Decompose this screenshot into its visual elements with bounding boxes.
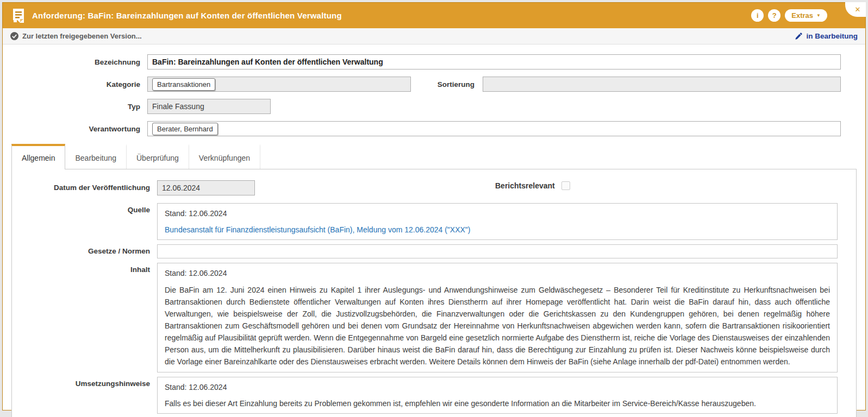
- quelle-label: Quelle: [12, 203, 157, 240]
- datum-input[interactable]: 12.06.2024: [157, 180, 255, 195]
- inhalt-stand: Stand: 12.06.2024: [165, 268, 830, 279]
- info-icon: i: [757, 11, 759, 20]
- kategorie-label: Kategorie: [3, 80, 147, 89]
- extras-menu-button[interactable]: Extras ▼: [785, 9, 827, 22]
- datum-label: Datum der Veröffentlichung: [12, 180, 157, 195]
- umsetzung-text: Falls es bei dieser Art Einzahlung berei…: [165, 398, 830, 409]
- verantwortung-row: Verantwortung Berater, Bernhard: [3, 121, 841, 136]
- quelle-row: Quelle Stand: 12.06.2024 Bundesanstalt f…: [12, 203, 856, 240]
- close-icon: ✕: [855, 5, 861, 14]
- tab-verknuepfungen[interactable]: Verknüpfungen: [189, 144, 260, 169]
- umsetzung-label: Umsetzungshinweise: [12, 377, 157, 414]
- typ-value: Finale Fassung: [152, 102, 204, 111]
- pencil-icon: [795, 33, 802, 40]
- typ-row: Typ Finale Fassung: [3, 99, 841, 114]
- status-label: in Bearbeitung: [806, 32, 858, 40]
- berichtsrelevant-label: Berichtsrelevant: [495, 181, 555, 190]
- datum-value: 12.06.2024: [162, 184, 200, 192]
- verantwortung-field[interactable]: Berater, Bernhard: [147, 121, 841, 136]
- berichtsrelevant-checkbox[interactable]: [561, 181, 570, 190]
- tab-bearbeitung[interactable]: Bearbeitung: [65, 144, 127, 169]
- kategorie-field[interactable]: Bartransaktionen: [147, 77, 411, 92]
- tab-panel-allgemein: Datum der Veröffentlichung 12.06.2024 Be…: [11, 169, 857, 417]
- sortierung-input[interactable]: [483, 77, 841, 92]
- inhalt-text: Die BaFin am 12. Juni 2024 einen Hinweis…: [165, 284, 830, 368]
- inhalt-editor[interactable]: Stand: 12.06.2024 Die BaFin am 12. Juni …: [157, 263, 838, 372]
- typ-field[interactable]: Finale Fassung: [147, 99, 271, 114]
- page-title: Anforderung: BaFin: Bareinzahlungen auf …: [32, 11, 342, 20]
- bezeichnung-value: BaFin: Bareinzahlungen auf Konten der öf…: [152, 58, 383, 66]
- help-button[interactable]: ?: [768, 9, 780, 22]
- gesetze-editor[interactable]: [157, 244, 838, 258]
- datum-row: Datum der Veröffentlichung 12.06.2024 Be…: [12, 180, 856, 195]
- umsetzung-row: Umsetzungshinweise Stand: 12.06.2024 Fal…: [12, 377, 856, 414]
- info-button[interactable]: i: [751, 9, 764, 22]
- umsetzung-editor[interactable]: Stand: 12.06.2024 Falls es bei dieser Ar…: [157, 377, 838, 414]
- berichtsrelevant-group: Berichtsrelevant: [495, 181, 570, 190]
- extras-label: Extras: [791, 11, 813, 20]
- typ-label: Typ: [3, 103, 147, 111]
- requirement-window: Anforderung: BaFin: Bareinzahlungen auf …: [2, 2, 866, 410]
- sortierung-label: Sortierung: [411, 80, 483, 89]
- inhalt-label: Inhalt: [12, 263, 157, 372]
- last-released-version-label: Zur letzten freigegebenen Version...: [22, 32, 142, 40]
- last-released-version-link[interactable]: Zur letzten freigegebenen Version...: [10, 32, 142, 40]
- tab-bar: Allgemein Bearbeitung Überprüfung Verknü…: [11, 144, 865, 169]
- quelle-editor[interactable]: Stand: 12.06.2024 Bundesanstalt für Fina…: [157, 203, 838, 240]
- version-toolbar: Zur letzten freigegebenen Version... in …: [3, 28, 865, 45]
- quelle-stand: Stand: 12.06.2024: [165, 208, 830, 219]
- chevron-down-icon: ▼: [816, 14, 821, 18]
- bezeichnung-row: Bezeichnung BaFin: Bareinzahlungen auf K…: [3, 54, 841, 70]
- kategorie-chip[interactable]: Bartransaktionen: [152, 78, 215, 91]
- tab-ueberpruefung[interactable]: Überprüfung: [127, 144, 189, 169]
- header-actions: i ? Extras ▼: [751, 9, 827, 22]
- document-icon: [13, 9, 24, 23]
- status-badge[interactable]: in Bearbeitung: [795, 32, 858, 40]
- inhalt-row: Inhalt Stand: 12.06.2024 Die BaFin am 12…: [12, 263, 856, 372]
- bezeichnung-label: Bezeichnung: [3, 58, 147, 66]
- kategorie-row: Kategorie Bartransaktionen Sortierung: [3, 77, 841, 92]
- close-button[interactable]: ✕: [845, 2, 866, 17]
- bezeichnung-input[interactable]: BaFin: Bareinzahlungen auf Konten der öf…: [147, 54, 841, 70]
- gesetze-label: Gesetze / Normen: [12, 244, 157, 258]
- verantwortung-label: Verantwortung: [3, 125, 147, 133]
- check-circle-icon: [10, 32, 18, 40]
- verantwortung-chip[interactable]: Berater, Bernhard: [152, 123, 218, 135]
- quelle-link[interactable]: Bundesanstalt für Finanzdienstleistungsa…: [165, 224, 830, 235]
- gesetze-row: Gesetze / Normen: [12, 244, 856, 258]
- umsetzung-stand: Stand: 12.06.2024: [165, 382, 830, 393]
- tab-allgemein[interactable]: Allgemein: [11, 144, 65, 169]
- form-area: Bezeichnung BaFin: Bareinzahlungen auf K…: [3, 45, 865, 136]
- help-icon: ?: [772, 11, 777, 20]
- window-header: Anforderung: BaFin: Bareinzahlungen auf …: [3, 3, 865, 28]
